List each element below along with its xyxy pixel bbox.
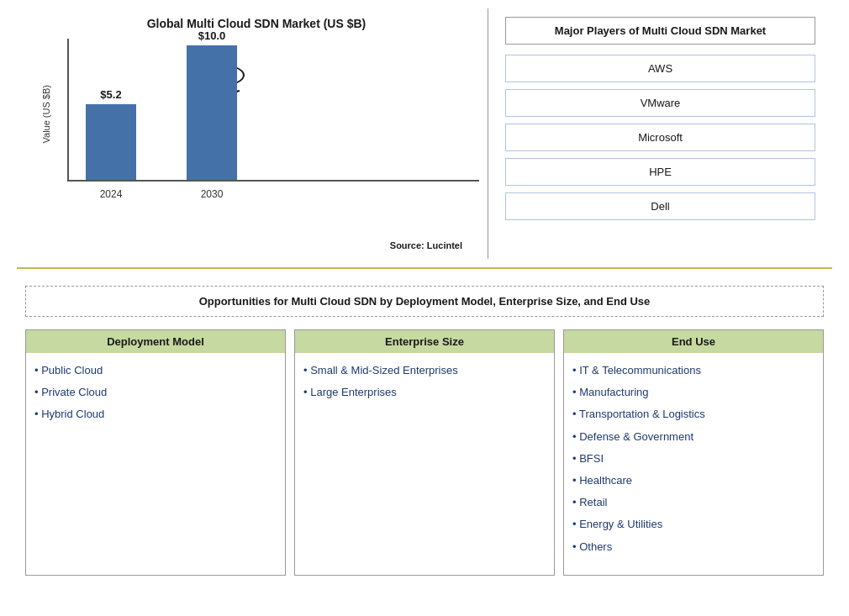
end-use-column: End Use IT & Telecommunications Manufact… — [563, 329, 824, 576]
columns-row: Deployment Model Public Cloud Private Cl… — [25, 329, 824, 576]
deployment-item-1: Private Cloud — [34, 385, 277, 400]
end-use-item-7: Energy & Utilities — [572, 517, 815, 532]
end-use-item-5: Healthcare — [572, 473, 815, 488]
end-use-item-6: Retail — [572, 495, 815, 510]
end-use-item-4: BFSI — [572, 451, 815, 466]
opportunities-title: Opportunities for Multi Cloud SDN by Dep… — [25, 286, 824, 317]
end-use-items: IT & Telecommunications Manufacturing Tr… — [564, 358, 823, 566]
bar-2030-value: $10.0 — [198, 29, 226, 42]
players-list: AWS VMware Microsoft HPE Dell — [505, 55, 815, 220]
player-dell: Dell — [505, 192, 815, 220]
bar-2024: $5.2 2024 — [86, 88, 136, 180]
end-use-item-0: IT & Telecommunications — [572, 363, 815, 378]
bar-2030-label: 2030 — [201, 188, 224, 200]
page: Global Multi Cloud SDN Market (US $B) Va… — [0, 0, 849, 616]
enterprise-item-1: Large Enterprises — [303, 385, 546, 400]
enterprise-size-header: Enterprise Size — [295, 330, 554, 353]
deployment-item-0: Public Cloud — [34, 363, 277, 378]
y-axis-label: Value (US $B) — [41, 85, 51, 144]
enterprise-item-0: Small & Mid-Sized Enterprises — [303, 363, 546, 378]
deployment-model-column: Deployment Model Public Cloud Private Cl… — [25, 329, 286, 576]
enterprise-size-column: Enterprise Size Small & Mid-Sized Enterp… — [294, 329, 555, 576]
end-use-header: End Use — [564, 330, 823, 353]
enterprise-size-items: Small & Mid-Sized Enterprises Large Ente… — [295, 358, 554, 412]
top-section: Global Multi Cloud SDN Market (US $B) Va… — [17, 8, 832, 269]
end-use-item-2: Transportation & Logistics — [572, 407, 815, 422]
bar-2024-rect — [86, 104, 136, 180]
player-aws: AWS — [505, 55, 815, 82]
chart-area: Global Multi Cloud SDN Market (US $B) Va… — [17, 8, 488, 259]
bar-2024-value: $5.2 — [100, 88, 121, 101]
deployment-model-header: Deployment Model — [26, 330, 285, 353]
player-vmware: VMware — [505, 89, 815, 117]
end-use-item-1: Manufacturing — [572, 385, 815, 400]
end-use-item-3: Defense & Government — [572, 429, 815, 445]
deployment-item-2: Hybrid Cloud — [34, 407, 277, 422]
bar-2024-label: 2024 — [100, 188, 123, 200]
chart-title: Global Multi Cloud SDN Market (US $B) — [34, 17, 479, 30]
deployment-model-items: Public Cloud Private Cloud Hybrid Cloud — [26, 358, 285, 434]
end-use-item-8: Others — [572, 540, 815, 555]
player-hpe: HPE — [505, 158, 815, 186]
bar-2030-rect — [187, 45, 237, 180]
right-panel: Major Players of Multi Cloud SDN Market … — [488, 8, 832, 259]
major-players-title: Major Players of Multi Cloud SDN Market — [505, 17, 815, 45]
bar-2030: $10.0 2030 — [187, 29, 237, 180]
player-microsoft: Microsoft — [505, 124, 815, 151]
source-text: Source: Lucintel — [34, 240, 479, 250]
bottom-section: Opportunities for Multi Cloud SDN by Dep… — [17, 277, 832, 584]
